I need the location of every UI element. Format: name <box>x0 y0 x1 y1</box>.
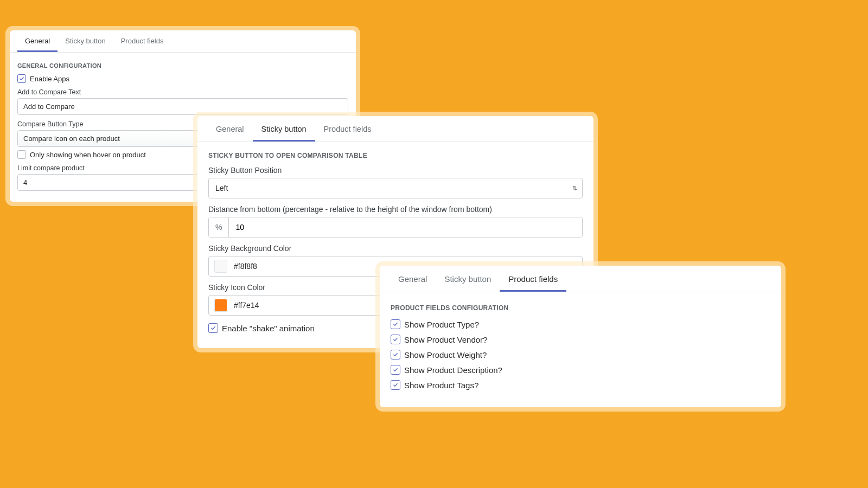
product-fields-panel: General Sticky button Product fields PRO… <box>380 266 781 407</box>
enable-apps-label: Enable Apps <box>30 75 69 83</box>
tab-sticky[interactable]: Sticky button <box>436 266 500 292</box>
tab-general[interactable]: General <box>17 30 58 52</box>
percent-prefix: % <box>209 217 229 237</box>
distance-input[interactable] <box>229 217 582 237</box>
bg-color-value: #f8f8f8 <box>234 262 257 271</box>
section-title: GENERAL CONFIGURATION <box>17 62 348 69</box>
chevron-updown-icon: ⇅ <box>572 185 577 192</box>
distance-input-group: % <box>208 217 583 237</box>
show-desc-label: Show Product Description? <box>404 365 502 375</box>
add-compare-text-input[interactable] <box>17 98 348 115</box>
section-title: PRODUCT FIELDS CONFIGURATION <box>391 304 770 312</box>
show-desc-checkbox[interactable] <box>391 365 400 375</box>
shake-checkbox[interactable] <box>208 323 218 333</box>
bg-color-label: Sticky Background Color <box>208 244 583 253</box>
bg-color-swatch <box>214 260 227 273</box>
tabs: General Sticky button Product fields <box>10 30 356 53</box>
show-vendor-label: Show Product Vendor? <box>404 335 487 344</box>
show-type-label: Show Product Type? <box>404 320 479 329</box>
position-select[interactable] <box>208 178 583 198</box>
show-type-checkbox[interactable] <box>391 319 400 329</box>
position-label: Sticky Button Position <box>208 166 583 175</box>
show-tags-checkbox[interactable] <box>391 380 400 390</box>
show-weight-checkbox[interactable] <box>391 350 400 359</box>
enable-apps-checkbox[interactable] <box>17 74 26 83</box>
show-tags-label: Show Product Tags? <box>404 381 478 390</box>
add-compare-text-label: Add to Compare Text <box>17 88 348 96</box>
tab-general[interactable]: General <box>207 116 253 142</box>
hover-only-checkbox[interactable] <box>17 150 26 159</box>
show-weight-label: Show Product Weight? <box>404 350 487 359</box>
tab-general[interactable]: General <box>390 266 436 292</box>
tab-sticky[interactable]: Sticky button <box>58 30 113 52</box>
hover-only-label: Only showing when hover on product <box>30 151 146 159</box>
section-title: STICKY BUTTON TO OPEN COMPARISON TABLE <box>208 152 583 159</box>
icon-color-swatch <box>214 299 227 312</box>
tab-fields[interactable]: Product fields <box>500 266 566 292</box>
tab-fields[interactable]: Product fields <box>315 116 380 142</box>
distance-label: Distance from bottom (percentage - relat… <box>208 205 583 214</box>
icon-color-value: #ff7e14 <box>234 301 259 310</box>
tab-fields[interactable]: Product fields <box>113 30 171 52</box>
tab-sticky[interactable]: Sticky button <box>253 116 315 142</box>
tabs: General Sticky button Product fields <box>380 266 781 292</box>
tabs: General Sticky button Product fields <box>197 116 593 142</box>
shake-label: Enable "shake" animation <box>222 324 315 333</box>
show-vendor-checkbox[interactable] <box>391 335 400 344</box>
